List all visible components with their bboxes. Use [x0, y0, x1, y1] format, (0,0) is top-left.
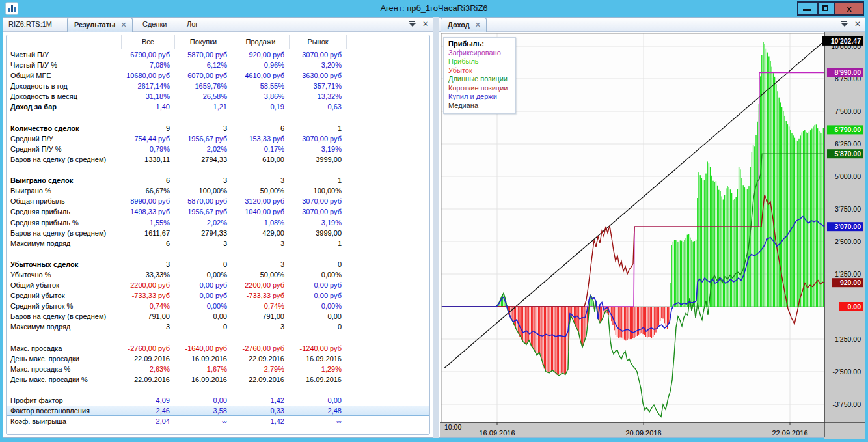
titlebar[interactable]: Агент: прб_1гоЧасаRi3RiZ6 x — [0, 0, 868, 17]
cell-empty — [347, 322, 429, 332]
date-tick-label: 16.09.2016 — [479, 429, 515, 437]
table-row[interactable]: Баров на сделку (в среднем)1611,672794,3… — [7, 228, 429, 238]
table-row[interactable]: Средняя прибыль %1,55%2,02%1,08%3,19% — [7, 217, 429, 228]
tab-log[interactable]: Лог — [180, 18, 203, 32]
table-row[interactable]: Убыточно %33,33%0,00%50,00%0,00% — [7, 269, 429, 280]
table-row[interactable]: Макс. просадка %-2,63%-1,67%-2,79%-1,29% — [7, 364, 429, 374]
cell-value: 0,33 — [232, 406, 290, 416]
cell-value: -0,74% — [232, 301, 290, 311]
cell-value: 0,96% — [232, 60, 290, 70]
close-button[interactable]: x — [834, 1, 864, 16]
app-window: Агент: прб_1гоЧасаRi3RiZ6 x RIZ6:RTS:1M … — [0, 0, 868, 442]
cell-value: 791,00 — [122, 311, 175, 322]
tab-trades[interactable]: Сделки — [136, 18, 172, 32]
table-row[interactable]: Чистый П/У %7,08%6,12%0,96%3,20% — [7, 60, 429, 70]
cell-value: 1,42 — [232, 395, 290, 406]
table-spacer-row — [7, 165, 429, 175]
cell-value: 3 — [232, 238, 290, 249]
cell-value: 0,00% — [290, 269, 347, 280]
tab-log-label: Лог — [187, 20, 198, 28]
table-row[interactable]: Выиграно сделок6331 — [7, 175, 429, 186]
tab-results-label: Результаты — [74, 21, 115, 29]
cell-empty — [347, 301, 429, 311]
cell-value: 5870,00 руб — [175, 196, 232, 206]
table-spacer-row — [7, 249, 429, 259]
cell-value: 3,58 — [175, 406, 232, 416]
table-row[interactable]: Баров на сделку (в среднем)1338,112794,3… — [7, 154, 429, 165]
maximize-button[interactable] — [817, 1, 834, 16]
table-row[interactable]: Средний убыток %-0,74%0,00%-0,74%0,00% — [7, 301, 429, 311]
cell-value: 0,00 руб — [175, 290, 232, 301]
cell-value: 31,18% — [122, 91, 175, 102]
cell-value: 3 — [122, 259, 175, 269]
cell-value: 3,86% — [232, 91, 290, 102]
table-row[interactable]: Баров на сделку (в среднем)791,000,00791… — [7, 311, 429, 322]
table-row[interactable]: Профит фактор4,090,001,420,00 — [7, 395, 429, 406]
cell-value: -733,33 руб — [232, 290, 290, 301]
tab-close-icon[interactable]: ✕ — [475, 21, 481, 29]
table-row[interactable]: Макс. просадка-2760,00 руб-1640,00 руб-2… — [7, 343, 429, 353]
axis-marker-label: 3'070.00 — [835, 223, 861, 230]
tab-income[interactable]: Доход✕ — [441, 18, 487, 32]
cell-value: 26,58% — [175, 91, 232, 102]
table-body: Чистый П/У6790,00 руб5870,00 руб920,00 р… — [7, 49, 429, 426]
row-label: Убыточно % — [7, 269, 122, 280]
row-label: Средний убыток % — [7, 301, 122, 311]
cell-value: 3070,00 руб — [290, 196, 347, 206]
table-row[interactable]: Общая прибыль8990,00 руб5870,00 руб3120,… — [7, 196, 429, 206]
cell-value: 1040,00 руб — [232, 206, 290, 217]
table-row[interactable]: Убыточных сделок3030 — [7, 259, 429, 269]
cell-value: 0,00% — [175, 269, 232, 280]
close-pane-icon[interactable]: ✕ — [422, 21, 429, 27]
table-row[interactable]: День макс. просадки22.09.201616.09.20162… — [7, 353, 429, 364]
tab-list-dropdown-icon[interactable] — [409, 21, 416, 27]
table-row[interactable]: Средняя прибыль1498,33 руб1956,67 руб104… — [7, 206, 429, 217]
cell-empty — [347, 385, 429, 395]
tab-list-dropdown-icon[interactable] — [841, 21, 848, 27]
cell-value — [290, 385, 347, 395]
table-row[interactable]: Коэф. выигрыша2,04∞1,42∞ — [7, 416, 429, 426]
minimize-button[interactable] — [797, 1, 817, 16]
cell-empty — [347, 186, 429, 196]
chart-pane: Доход✕ ✕ 10'000.008'750.007'500.006'250.… — [439, 17, 865, 438]
table-row[interactable]: Фактор восстановления2,463,580,332,48 — [7, 406, 429, 416]
cell-value: 0 — [175, 322, 232, 332]
legend-item: Убыток — [448, 66, 508, 76]
row-label — [7, 249, 122, 259]
axis-marker-label: 0.00 — [848, 303, 861, 311]
table-row[interactable]: Средний П/У %0,79%2,02%0,17%3,19% — [7, 144, 429, 154]
table-row[interactable]: Чистый П/У6790,00 руб5870,00 руб920,00 р… — [7, 49, 429, 60]
cell-empty — [347, 280, 429, 290]
cell-value: 754,44 руб — [122, 133, 175, 144]
pane-splitter[interactable] — [433, 17, 439, 438]
table-row[interactable]: Общий убыток-2200,00 руб0,00 руб-2200,00… — [7, 280, 429, 290]
row-label: Баров на сделку (в среднем) — [7, 228, 122, 238]
table-row[interactable]: Средний П/У754,44 руб1956,67 руб153,33 р… — [7, 133, 429, 144]
tab-close-icon[interactable]: ✕ — [120, 21, 126, 29]
table-row[interactable]: Максимум подряд3030 — [7, 322, 429, 332]
cell-value: 13,32% — [290, 91, 347, 102]
table-row[interactable]: Общий MFE10680,00 руб6070,00 руб4610,00 … — [7, 70, 429, 81]
table-row[interactable]: Доходность в год2617,14%1659,76%58,55%35… — [7, 81, 429, 91]
table-row[interactable]: Максимум подряд6331 — [7, 238, 429, 249]
legend-item: Прибыль — [448, 57, 508, 66]
cell-value: 0,00 — [290, 395, 347, 406]
cell-value: 16.09.2016 — [290, 353, 347, 364]
y-tick-label: 6'250.00 — [835, 140, 861, 148]
table-row[interactable]: Количество сделок9361 — [7, 123, 429, 133]
y-tick-label: 5'000.00 — [835, 173, 861, 180]
cell-value: 6070,00 руб — [175, 70, 232, 81]
cell-value: -2760,00 руб — [122, 343, 175, 353]
tab-results[interactable]: Результаты✕ — [67, 18, 133, 32]
cell-value: -2200,00 руб — [232, 280, 290, 290]
cell-value: 791,00 — [232, 311, 290, 322]
table-row[interactable]: Средний убыток-733,33 руб0,00 руб-733,33… — [7, 290, 429, 301]
close-pane-icon[interactable]: ✕ — [854, 21, 861, 27]
table-row[interactable]: Выиграно %66,67%100,00%50,00%100,00% — [7, 186, 429, 196]
table-row[interactable]: Доходность в месяц31,18%26,58%3,86%13,32… — [7, 91, 429, 102]
table-row[interactable]: Доход за бар1,401,210,190,63 — [7, 102, 429, 112]
tab-income-label: Доход — [448, 21, 470, 29]
cell-value: -1640,00 руб — [175, 343, 232, 353]
table-row[interactable]: День макс. просадки %22.09.201616.09.201… — [7, 374, 429, 385]
cell-empty — [347, 165, 429, 175]
